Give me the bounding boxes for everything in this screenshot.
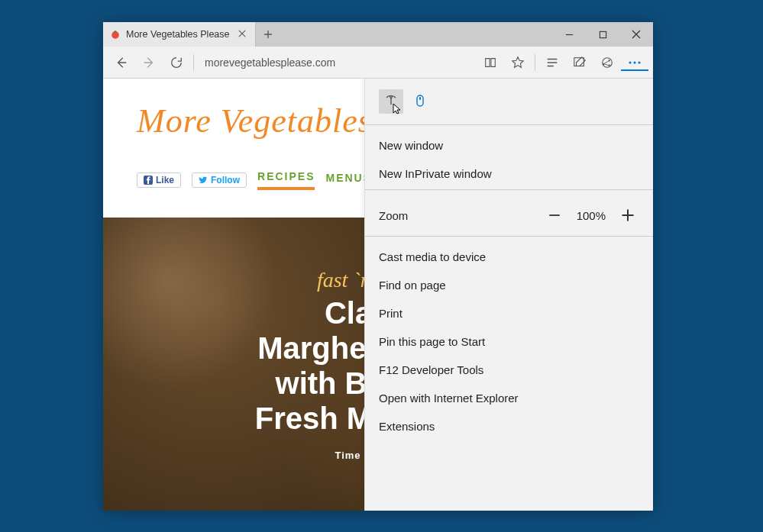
menu-extensions[interactable]: Extensions xyxy=(379,412,639,440)
more-button-indicator xyxy=(621,69,648,71)
svg-rect-1 xyxy=(600,31,606,37)
menu-open-ie[interactable]: Open with Internet Explorer xyxy=(379,384,639,412)
url-text: morevegetablesplease.com xyxy=(205,56,335,69)
facebook-like-button[interactable]: Like xyxy=(137,172,181,188)
zoom-value: 100% xyxy=(577,209,606,222)
minimize-button[interactable] xyxy=(552,22,586,47)
separator xyxy=(365,124,653,125)
svg-point-7 xyxy=(629,61,631,63)
separator xyxy=(365,189,653,190)
share-button[interactable] xyxy=(593,49,621,76)
menu-new-inprivate[interactable]: New InPrivate window xyxy=(379,160,639,188)
page-content: More Vegetables Please Like Follow RECIP… xyxy=(103,79,653,511)
menu-cast[interactable]: Cast media to device xyxy=(379,243,639,271)
menu-zoom: Zoom 100% xyxy=(379,196,639,234)
tomato-icon xyxy=(109,28,121,40)
mouse-mode-icon[interactable] xyxy=(408,89,432,114)
zoom-label: Zoom xyxy=(379,209,532,222)
touch-mode-icon[interactable] xyxy=(379,89,403,114)
menu-new-window[interactable]: New window xyxy=(379,131,639,160)
svg-point-5 xyxy=(609,60,610,61)
favorite-button[interactable] xyxy=(504,49,532,76)
svg-point-8 xyxy=(633,61,635,63)
reading-view-button[interactable] xyxy=(477,49,504,76)
close-window-button[interactable] xyxy=(619,22,653,47)
svg-point-4 xyxy=(603,63,604,64)
menu-find[interactable]: Find on page xyxy=(379,271,639,299)
zoom-in-button[interactable] xyxy=(616,204,639,227)
tab-bar: More Vegetables Please xyxy=(103,22,653,47)
close-icon[interactable] xyxy=(238,30,247,39)
new-tab-button[interactable] xyxy=(256,22,280,47)
more-button[interactable] xyxy=(621,49,648,76)
back-button[interactable] xyxy=(108,49,135,76)
svg-point-6 xyxy=(609,64,610,66)
tab-title: More Vegetables Please xyxy=(126,29,234,40)
nav-recipes[interactable]: RECIPES xyxy=(257,170,315,190)
address-bar[interactable]: morevegetablesplease.com xyxy=(197,52,477,73)
forward-button[interactable] xyxy=(135,49,163,76)
svg-point-0 xyxy=(112,31,119,39)
tab-active[interactable]: More Vegetables Please xyxy=(103,22,256,47)
web-note-button[interactable] xyxy=(566,49,593,76)
maximize-button[interactable] xyxy=(586,22,619,47)
svg-rect-2 xyxy=(574,57,584,66)
menu-pin[interactable]: Pin this page to Start xyxy=(379,327,639,356)
separator xyxy=(193,54,194,71)
browser-window: More Vegetables Please xyxy=(103,22,653,511)
menu-mode-icons xyxy=(379,86,639,123)
window-controls xyxy=(552,22,653,47)
settings-menu: New window New InPrivate window Zoom 100… xyxy=(364,79,653,511)
tw-follow-label: Follow xyxy=(211,175,240,185)
menu-devtools[interactable]: F12 Developer Tools xyxy=(379,356,639,384)
fb-like-label: Like xyxy=(156,175,174,185)
svg-rect-13 xyxy=(419,97,421,100)
svg-point-11 xyxy=(390,96,393,98)
hub-button[interactable] xyxy=(538,49,566,76)
separator xyxy=(365,236,653,237)
svg-point-9 xyxy=(638,61,640,63)
menu-print[interactable]: Print xyxy=(379,299,639,327)
svg-point-3 xyxy=(603,57,613,67)
refresh-button[interactable] xyxy=(163,49,190,76)
twitter-follow-button[interactable]: Follow xyxy=(192,172,247,188)
toolbar: morevegetablesplease.com xyxy=(103,47,653,79)
zoom-out-button[interactable] xyxy=(543,204,566,227)
separator xyxy=(535,54,535,71)
